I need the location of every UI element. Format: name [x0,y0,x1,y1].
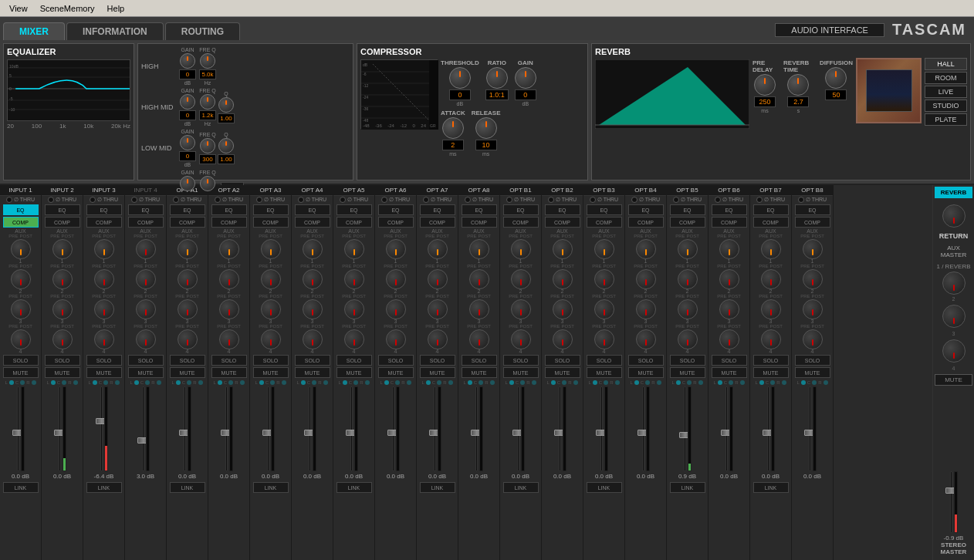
solo-button-9[interactable]: SOLO [337,355,372,366]
mute-button-14[interactable]: MUTE [545,367,580,378]
link-button-13[interactable]: LINK [503,482,539,493]
link-button-15[interactable]: LINK [587,482,622,493]
eq-button-7[interactable]: EQ [253,204,289,215]
aux-knob2-ch11[interactable] [428,269,448,289]
aux-knob1-ch19[interactable] [761,239,781,259]
eq-highmid-freq-knob[interactable] [200,94,215,110]
aux-knob3-ch2[interactable] [52,299,73,319]
comp-button-9[interactable]: COMP [337,217,372,228]
comp-button-15[interactable]: COMP [587,217,622,228]
attack-knob[interactable] [442,117,464,139]
aux-knob2-ch1[interactable] [11,269,31,289]
aux-knob1-ch5[interactable] [178,239,198,259]
comp-button-18[interactable]: COMP [712,217,747,228]
aux-knob3-ch18[interactable] [719,299,739,319]
mute-button-6[interactable]: MUTE [211,367,247,378]
aux-knob1-ch14[interactable] [553,239,573,259]
tab-mixer[interactable]: MIXER [3,22,65,40]
aux-knob3-ch1[interactable] [11,299,31,319]
aux-knob3-ch10[interactable] [386,299,406,319]
solo-button-12[interactable]: SOLO [462,355,497,366]
menu-view[interactable]: View [3,2,34,15]
solo-button-16[interactable]: SOLO [628,355,664,366]
aux-knob4-ch17[interactable] [678,329,698,349]
aux-knob3-ch11[interactable] [428,299,448,319]
aux-knob4-ch18[interactable] [719,329,739,349]
eq-button-2[interactable]: EQ [45,204,80,215]
mute-button-20[interactable]: MUTE [795,367,830,378]
mute-button-16[interactable]: MUTE [628,367,664,378]
aux-knob1-ch16[interactable] [636,239,656,259]
aux-knob1-ch12[interactable] [469,239,489,259]
aux-knob4-ch10[interactable] [386,329,406,349]
comp-button-16[interactable]: COMP [628,217,664,228]
reverb-type-plate[interactable]: PLATE [925,113,967,126]
link-button-19[interactable]: LINK [753,482,789,493]
mute-button-1[interactable]: MUTE [3,367,39,378]
aux-knob4-ch6[interactable] [219,329,239,349]
solo-button-15[interactable]: SOLO [587,355,622,366]
aux-knob1-ch8[interactable] [303,239,323,259]
aux-knob4-ch2[interactable] [52,329,73,349]
reverb-master-knob-1[interactable] [942,272,966,295]
aux-knob1-ch3[interactable] [94,239,114,259]
release-knob[interactable] [475,117,497,139]
link-button-5[interactable]: LINK [170,482,205,493]
solo-button-2[interactable]: SOLO [45,355,80,366]
reverb-type-studio[interactable]: STUDIO [925,100,967,112]
aux-knob2-ch2[interactable] [52,269,73,289]
comp-button-1[interactable]: COMP [3,217,39,228]
eq-button-9[interactable]: EQ [337,204,372,215]
solo-button-5[interactable]: SOLO [170,355,205,366]
comp-button-11[interactable]: COMP [420,217,455,228]
mute-button-8[interactable]: MUTE [295,367,330,378]
reverb-master-knob-2[interactable] [942,305,966,328]
comp-button-12[interactable]: COMP [462,217,497,228]
aux-knob4-ch13[interactable] [511,329,531,349]
reverb-master-knob-3[interactable] [942,339,966,363]
aux-knob4-ch7[interactable] [261,329,281,349]
aux-knob4-ch12[interactable] [469,329,489,349]
aux-knob4-ch14[interactable] [553,329,573,349]
aux-knob2-ch4[interactable] [136,269,156,289]
aux-knob4-ch1[interactable] [11,329,31,349]
reverb-time-knob[interactable] [787,74,809,96]
link-button-11[interactable]: LINK [420,482,455,493]
comp-button-3[interactable]: COMP [86,217,122,228]
solo-button-13[interactable]: SOLO [503,355,539,366]
solo-button-10[interactable]: SOLO [378,355,414,366]
mute-button-7[interactable]: MUTE [253,367,289,378]
aux-knob2-ch7[interactable] [261,269,281,289]
link-button-3[interactable]: LINK [86,482,122,493]
aux-knob2-ch15[interactable] [594,269,614,289]
diffusion-knob[interactable] [825,67,847,89]
reverb-type-hall[interactable]: HALL [925,58,967,70]
solo-button-1[interactable]: SOLO [3,355,39,366]
aux-knob1-ch10[interactable] [386,239,406,259]
return-knob[interactable] [942,204,966,228]
eq-button-19[interactable]: EQ [753,204,789,215]
aux-knob1-ch15[interactable] [594,239,614,259]
pre-delay-knob[interactable] [754,74,776,96]
eq-button-8[interactable]: EQ [295,204,330,215]
comp-button-8[interactable]: COMP [295,217,330,228]
tab-routing[interactable]: ROUTING [165,22,240,40]
mute-button-2[interactable]: MUTE [45,367,80,378]
eq-button-1[interactable]: EQ [3,204,39,215]
aux-knob3-ch9[interactable] [344,299,364,319]
eq-high-gain-knob[interactable] [180,53,195,69]
comp-button-5[interactable]: COMP [170,217,205,228]
aux-knob2-ch9[interactable] [344,269,364,289]
eq-button-4[interactable]: EQ [128,204,164,215]
aux-knob2-ch19[interactable] [761,269,781,289]
aux-knob3-ch6[interactable] [219,299,239,319]
aux-knob2-ch5[interactable] [178,269,198,289]
aux-knob3-ch8[interactable] [303,299,323,319]
eq-low-gain-knob[interactable] [180,176,195,191]
aux-knob3-ch17[interactable] [678,299,698,319]
aux-knob2-ch17[interactable] [678,269,698,289]
comp-button-14[interactable]: COMP [545,217,580,228]
aux-knob2-ch14[interactable] [553,269,573,289]
reverb-send-button[interactable]: REVERB [935,187,972,198]
aux-knob4-ch5[interactable] [178,329,198,349]
